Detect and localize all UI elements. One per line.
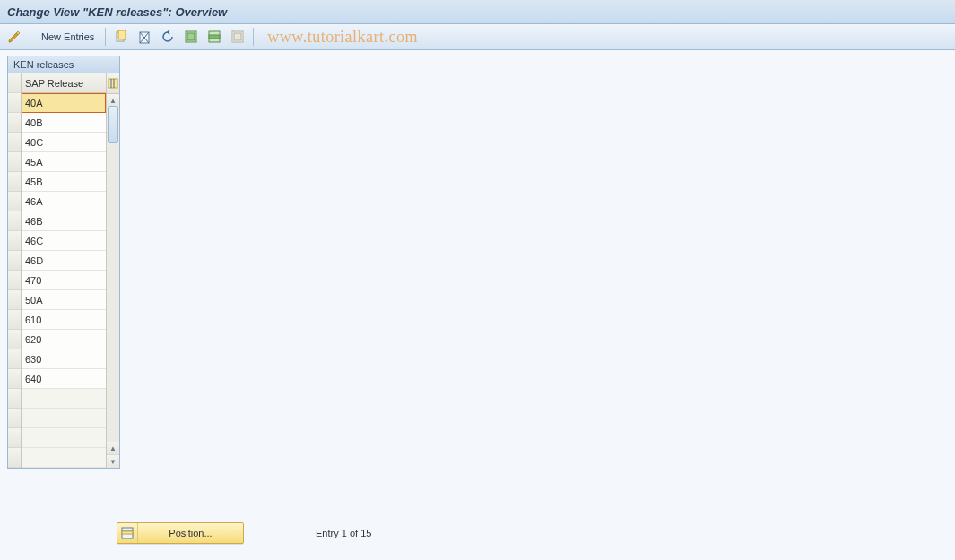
row-marker[interactable] [8, 93, 21, 113]
delete-icon[interactable] [134, 26, 155, 47]
row-marker[interactable] [8, 428, 21, 448]
svg-rect-10 [234, 33, 241, 40]
table-cell[interactable]: 46B [22, 211, 106, 231]
table-cell[interactable]: 46C [22, 231, 106, 251]
row-marker[interactable] [8, 133, 21, 152]
table-cell-empty[interactable] [22, 409, 106, 428]
row-marker[interactable] [8, 152, 21, 172]
table-cell[interactable]: 40A [22, 93, 106, 113]
entry-count-text: Entry 1 of 15 [316, 528, 371, 538]
table-cell-empty[interactable] [22, 448, 106, 468]
column-header-sap-release[interactable]: SAP Release [22, 73, 106, 93]
row-marker[interactable] [8, 192, 21, 211]
table-cell[interactable]: 45A [22, 152, 106, 172]
toolbar: New Entries www.tutorialkart.com [0, 24, 955, 50]
scroll-down-icon[interactable]: ▼ [107, 455, 119, 468]
table-cell[interactable]: 50A [22, 290, 106, 310]
new-entries-button[interactable]: New Entries [35, 26, 100, 47]
new-entries-label: New Entries [41, 31, 94, 42]
row-marker[interactable] [8, 330, 21, 349]
table-cell-empty[interactable] [22, 428, 106, 448]
row-marker[interactable] [8, 172, 21, 192]
scroll-thumb[interactable] [108, 106, 118, 143]
panel-title: KEN releases [8, 56, 119, 73]
configure-columns-icon[interactable] [107, 73, 119, 94]
svg-rect-6 [187, 33, 195, 40]
select-block-icon[interactable] [204, 26, 225, 47]
select-all-icon[interactable] [180, 26, 202, 47]
row-marker[interactable] [8, 349, 21, 369]
table-cell[interactable]: 640 [22, 369, 106, 389]
table-cell[interactable]: 40C [22, 133, 106, 152]
panel-body: SAP Release 40A40B40C45A45B46A46B46C46D4… [8, 73, 119, 468]
toolbar-separator [30, 28, 30, 46]
table-cell[interactable]: 40B [22, 113, 106, 133]
column-header-label: SAP Release [25, 78, 83, 89]
row-marker[interactable] [8, 290, 21, 310]
svg-rect-1 [118, 30, 126, 39]
table-cell[interactable]: 610 [22, 310, 106, 330]
vertical-scrollbar[interactable]: ▲ ▲ ▼ [106, 73, 119, 468]
position-icon [117, 523, 138, 543]
table-area: SAP Release 40A40B40C45A45B46A46B46C46D4… [22, 73, 106, 468]
table-cell[interactable]: 620 [22, 330, 106, 349]
window-title-bar: Change View "KEN releases": Overview [0, 0, 955, 24]
row-marker[interactable] [8, 251, 21, 271]
svg-rect-11 [109, 79, 117, 88]
copy-as-icon[interactable] [110, 26, 132, 47]
ken-releases-panel: KEN releases SAP Release 40A40B40C45A45B… [7, 56, 120, 469]
row-marker[interactable] [8, 211, 21, 231]
content-area: KEN releases SAP Release 40A40B40C45A45B… [0, 50, 955, 560]
row-marker[interactable] [8, 369, 21, 389]
footer-row: Position... Entry 1 of 15 [117, 522, 371, 544]
row-marker[interactable] [8, 448, 21, 468]
row-marker[interactable] [8, 389, 21, 409]
row-marker[interactable] [8, 310, 21, 330]
table-cell[interactable]: 46A [22, 192, 106, 211]
page-up-icon[interactable]: ▲ [107, 442, 119, 455]
row-marker[interactable] [8, 231, 21, 251]
table-cell[interactable]: 630 [22, 349, 106, 369]
row-marker[interactable] [8, 113, 21, 133]
change-mode-icon[interactable] [4, 26, 25, 47]
table-cell[interactable]: 470 [22, 271, 106, 290]
undo-change-icon[interactable] [157, 26, 178, 47]
corner-cell[interactable] [8, 73, 21, 93]
deselect-all-icon[interactable] [227, 26, 248, 47]
table-cell-empty[interactable] [22, 389, 106, 409]
table-cell[interactable]: 45B [22, 172, 106, 192]
svg-rect-16 [122, 531, 133, 534]
toolbar-separator [105, 28, 106, 46]
position-label: Position... [138, 528, 243, 538]
row-marker-column [8, 73, 22, 468]
row-marker[interactable] [8, 271, 21, 290]
table-cell[interactable]: 46D [22, 251, 106, 271]
row-marker[interactable] [8, 409, 21, 428]
svg-rect-8 [209, 35, 220, 39]
position-button[interactable]: Position... [117, 522, 244, 544]
page-title: Change View "KEN releases": Overview [7, 5, 227, 19]
toolbar-separator [253, 28, 254, 46]
scroll-track[interactable] [107, 106, 119, 443]
watermark-text: www.tutorialkart.com [267, 28, 418, 47]
